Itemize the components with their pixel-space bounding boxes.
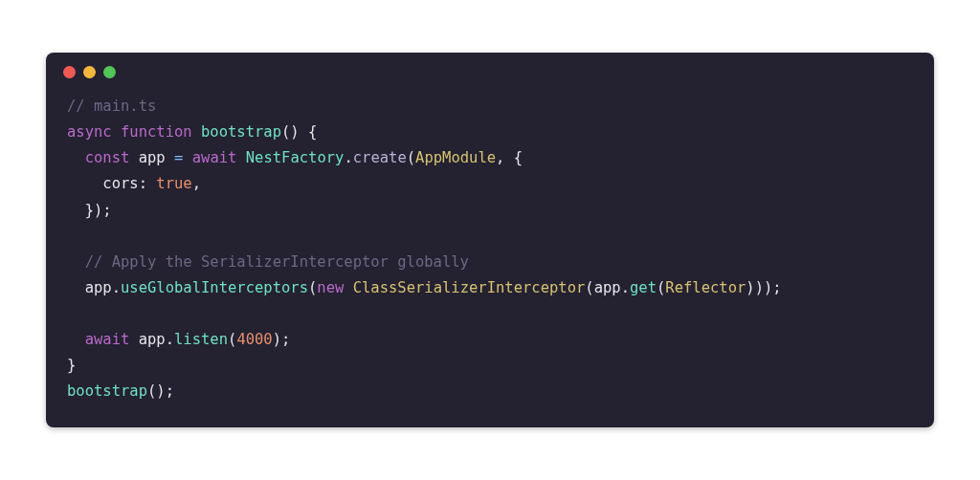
code-operator: = [174,149,183,166]
code-ident: app [139,331,166,348]
code-method: create [353,149,407,166]
code-punct: ( [657,279,665,296]
code-punct: } [67,357,76,374]
code-punct: ( [228,331,236,348]
code-class: NestFactory [246,149,345,166]
code-punct: , [192,175,201,192]
code-punct: : [139,175,147,192]
code-punct: ( [308,279,317,296]
code-ident: app [85,279,112,296]
code-punct: ); [273,331,291,348]
code-method: listen [174,331,228,348]
code-keyword: new [317,279,344,296]
code-punct: () { [281,123,317,141]
code-property: cors [102,175,138,192]
code-function-name: bootstrap [201,123,281,141]
minimize-icon[interactable] [83,66,96,78]
code-punct: , { [496,149,523,166]
code-window: // main.ts async function bootstrap() { … [46,53,934,427]
code-punct: ))); [746,279,781,296]
code-keyword: await [192,149,237,166]
code-punct: ( [585,279,593,296]
code-method: get [630,279,657,296]
code-function-call: bootstrap [67,382,147,400]
code-method: useGlobalInterceptors [121,279,308,296]
code-block: // main.ts async function bootstrap() { … [46,84,934,423]
code-punct: }); [85,202,112,219]
code-punct: ( [407,149,415,166]
code-ident: app [139,149,166,166]
code-punct: (); [147,382,174,400]
code-keyword: await [85,331,130,348]
code-punct: . [344,149,352,166]
code-literal: true [156,175,191,192]
traffic-lights [46,53,934,84]
code-keyword: const [85,149,130,166]
maximize-icon[interactable] [103,66,116,78]
close-icon[interactable] [63,66,76,78]
code-type: AppModule [415,149,496,166]
code-type: ClassSerializerInterceptor [353,279,586,296]
code-punct: . [112,279,121,296]
code-punct: . [166,331,174,348]
code-ident: app [594,279,621,296]
code-type: Reflector [665,279,746,296]
code-number: 4000 [236,331,272,348]
code-comment: // Apply the SerializerInterceptor globa… [85,253,469,271]
code-comment: // main.ts [67,98,156,115]
code-punct: . [621,279,630,296]
code-keyword: function [121,123,192,141]
code-keyword: async [67,123,112,141]
